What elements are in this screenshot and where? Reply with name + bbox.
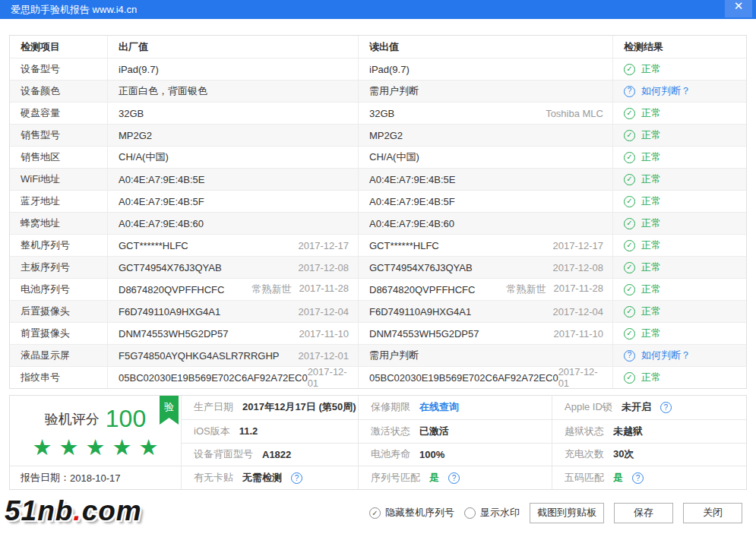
result-label: 正常	[641, 106, 661, 120]
star-rating: ★★★★★	[10, 434, 181, 466]
check-circle-icon: ✓	[624, 64, 635, 75]
header-cell-result: 检测结果	[612, 36, 746, 58]
read-value-cell-wrap: GCT******HLFC2017-12-17	[369, 240, 612, 251]
star-icon: ★	[59, 435, 86, 460]
result-cell: ✓正常	[612, 125, 746, 146]
star-icon: ★	[112, 435, 139, 460]
item-cell: 整机序列号	[10, 235, 107, 256]
info-label: 保修期限	[371, 400, 410, 414]
table-row: 指纹串号05BC02030E19B569E702C6AF92A72EC02017…	[10, 366, 746, 388]
item-cell: 销售型号	[10, 125, 107, 146]
read-value-cell: A0:4E:A7:9E:4B:5E	[358, 169, 612, 190]
table-row: 前置摄像头DNM74553WH5G2DP572017-11-10DNM74553…	[10, 322, 746, 344]
read-value-cell: 32GBToshiba MLC	[358, 103, 612, 124]
read-value-cell-wrap: 需用户判断	[369, 349, 612, 362]
date-text: 2017-11-28	[299, 283, 349, 296]
result-cell: ✓正常	[612, 213, 746, 234]
factory-value-cell-wrap: iPad(9.7)	[119, 64, 358, 75]
info-value: 无需检测	[242, 471, 282, 485]
read-value-cell: GCT74954X76J3QYAB2017-12-08	[358, 257, 612, 278]
screenshot-to-clipboard-button[interactable]: 截图到剪贴板	[530, 503, 604, 523]
read-value-cell-wrap: iPad(9.7)	[369, 64, 612, 75]
result-cell: ✓正常	[612, 58, 746, 80]
report-date: 2018-10-17	[70, 472, 121, 484]
value-text: GCT74954X76J3QYAB	[119, 262, 222, 273]
table-row: 销售地区CH/A(中国)CH/A(中国)✓正常	[10, 146, 746, 168]
item-cell: 设备型号	[10, 58, 107, 80]
factory-value-cell: F5G74850AYQHKG4ASLR7RRGHP2017-12-01	[107, 345, 358, 366]
info-value: 是	[429, 471, 439, 485]
check-circle-icon: ✓	[624, 284, 635, 295]
help-icon[interactable]: ?	[632, 472, 644, 484]
hide-serial-label: 隐藏整机序列号	[385, 506, 454, 520]
check-circle-icon: ✓	[624, 152, 635, 163]
factory-value-cell-wrap: DNM74553WH5G2DP572017-11-10	[119, 328, 358, 340]
online-query-link[interactable]: 在线查询	[419, 400, 459, 414]
info-cell: 生产日期2017年12月17日 (第50周)	[181, 396, 358, 419]
how-to-judge-link[interactable]: 如何判断？	[641, 84, 691, 98]
factory-value-cell: iPad(9.7)	[107, 58, 358, 80]
result-cell: ?如何判断？	[612, 345, 746, 366]
value-text: A0:4E:A7:9E:4B:5F	[369, 196, 455, 207]
value-text: D8674820QVPFFHCFC	[119, 284, 224, 295]
hide-serial-option[interactable]: ✓ 隐藏整机序列号	[369, 506, 454, 520]
how-to-judge-link[interactable]: 如何判断？	[641, 349, 691, 362]
value-text: MP2G2	[119, 130, 152, 141]
value-text: 05BC02030E19B569E702C6AF92A72EC0	[119, 372, 308, 384]
read-value-cell: CH/A(中国)	[358, 147, 612, 168]
show-watermark-option[interactable]: 显示水印	[464, 506, 520, 520]
help-icon[interactable]: ?	[660, 402, 672, 413]
report-date-label: 报告日期：	[21, 471, 70, 485]
date-text: 2017-12-01	[308, 367, 349, 388]
date-text: 2017-12-04	[299, 306, 350, 317]
result-label: 正常	[641, 327, 661, 340]
item-cell: 指纹串号	[10, 367, 107, 388]
factory-value-cell-wrap: A0:4E:A7:9E:4B:5F	[119, 196, 358, 207]
item-cell: 蓝牙地址	[10, 191, 107, 212]
value-text: iPad(9.7)	[119, 64, 159, 75]
table-row: WiFi地址A0:4E:A7:9E:4B:5EA0:4E:A7:9E:4B:5E…	[10, 168, 746, 190]
value-meta: 2017-12-17	[299, 240, 350, 251]
date-text: 2017-12-17	[553, 240, 604, 251]
save-button[interactable]: 保存	[614, 503, 673, 523]
item-cell: 电池序列号	[10, 279, 107, 300]
value-meta: 2017-12-17	[553, 240, 604, 251]
info-label: iOS版本	[194, 425, 230, 438]
value-text: 32GB	[119, 108, 144, 119]
result-cell: ✓正常	[612, 147, 746, 168]
close-dialog-button[interactable]: 关闭	[683, 503, 742, 523]
value-text: 正面白色，背面银色	[119, 84, 207, 98]
check-circle-icon: ✓	[624, 108, 635, 119]
table-row: 设备型号iPad(9.7)iPad(9.7)✓正常	[10, 58, 746, 80]
info-cell: 充电次数30次	[552, 443, 746, 466]
factory-value-cell-wrap: GCT74954X76J3QYAB2017-12-08	[119, 262, 358, 273]
result-label: 正常	[641, 194, 661, 208]
info-value: 11.2	[239, 425, 258, 437]
value-meta: 2017-12-01	[308, 367, 349, 388]
result-cell: ✓正常	[612, 257, 746, 278]
value-text: iPad(9.7)	[369, 64, 410, 75]
factory-value-cell: GCT******HLFC2017-12-17	[107, 235, 358, 256]
result-cell: ✓正常	[612, 301, 746, 322]
help-icon[interactable]: ?	[448, 472, 460, 484]
info-cell: 激活状态已激活	[358, 419, 552, 443]
close-button[interactable]: ✕	[725, 0, 752, 17]
factory-value-cell-wrap: 正面白色，背面银色	[119, 84, 358, 98]
read-value-cell-wrap: 32GBToshiba MLC	[369, 108, 612, 119]
date-text: 2017-11-28	[553, 283, 603, 296]
date-text: 2017-12-08	[299, 262, 350, 273]
check-circle-icon: ✓	[624, 130, 635, 141]
help-icon[interactable]: ?	[291, 472, 302, 484]
footer-controls: ✓ 隐藏整机序列号 显示水印 截图到剪贴板 保存 关闭	[369, 502, 742, 523]
table-row: 设备颜色正面白色，背面银色需用户判断?如何判断？	[10, 80, 746, 102]
info-value: A1822	[262, 449, 291, 460]
result-label: 正常	[641, 150, 661, 164]
check-circle-icon: ✓	[624, 196, 635, 207]
score-value: 100	[106, 405, 146, 433]
info-label: 激活状态	[371, 425, 410, 438]
value-meta: 2017-12-08	[553, 262, 604, 273]
table-body: 设备型号iPad(9.7)iPad(9.7)✓正常设备颜色正面白色，背面银色需用…	[10, 58, 746, 388]
date-text: 2017-12-04	[553, 306, 604, 317]
result-cell: ✓正常	[612, 235, 746, 256]
table-row: 蓝牙地址A0:4E:A7:9E:4B:5FA0:4E:A7:9E:4B:5F✓正…	[10, 190, 746, 212]
